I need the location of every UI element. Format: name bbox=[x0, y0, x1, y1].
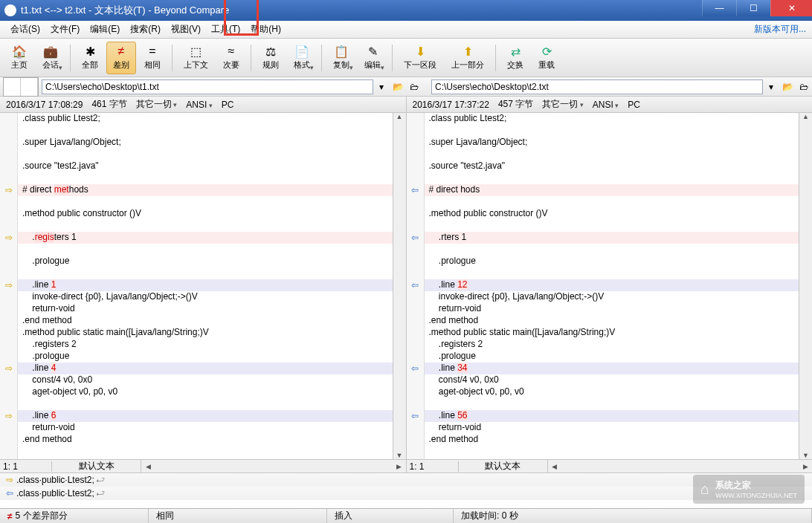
format-button[interactable]: 📄格式 bbox=[287, 42, 317, 74]
code-line[interactable] bbox=[18, 125, 393, 137]
edit-button[interactable]: ✎编辑 bbox=[358, 42, 387, 74]
menu-session[interactable]: 会话(S) bbox=[6, 22, 45, 37]
code-line[interactable]: .prologue bbox=[18, 256, 393, 267]
code-line[interactable] bbox=[425, 220, 799, 232]
encoding-dropdown[interactable]: ANSI bbox=[186, 100, 213, 110]
code-line[interactable] bbox=[425, 398, 799, 410]
code-line[interactable]: const/4 v0, 0x0 bbox=[18, 374, 393, 386]
code-line[interactable]: .line 1 bbox=[18, 279, 393, 291]
prev-diff-button[interactable]: ⬆上一部分 bbox=[445, 42, 491, 74]
code-line[interactable]: .line 6 bbox=[18, 410, 393, 422]
horizontal-scrollbar[interactable]: 1: 1 默认文本 ◀▶ bbox=[0, 459, 406, 472]
menu-search[interactable]: 搜索(R) bbox=[126, 22, 165, 37]
code-line[interactable]: .end method bbox=[425, 434, 799, 446]
code-line[interactable]: .method public static main([Ljava/lang/S… bbox=[18, 327, 393, 339]
right-path-dropdown-icon[interactable]: ▾ bbox=[764, 79, 779, 94]
code-line[interactable]: .prologue bbox=[425, 256, 799, 267]
left-path-dropdown-icon[interactable]: ▾ bbox=[374, 79, 389, 94]
code-line[interactable]: aget-object v0, p0, v0 bbox=[18, 386, 393, 398]
code-line[interactable]: .line 12 bbox=[425, 279, 799, 291]
code-line[interactable] bbox=[18, 196, 393, 208]
context-button[interactable]: ⬚上下文 bbox=[177, 42, 215, 74]
minor-button[interactable]: ≈次要 bbox=[216, 42, 246, 74]
code-line[interactable]: .super Ljava/lang/Object; bbox=[425, 137, 799, 149]
left-path-input[interactable] bbox=[42, 79, 373, 94]
left-open-icon[interactable]: 📂 bbox=[390, 79, 405, 94]
right-open-icon[interactable]: 📂 bbox=[780, 79, 795, 94]
code-line[interactable] bbox=[425, 267, 799, 279]
code-line[interactable]: .line 4 bbox=[18, 363, 393, 374]
home-button[interactable]: 🏠主页 bbox=[4, 42, 34, 74]
code-line[interactable]: .prologue bbox=[425, 351, 799, 363]
code-line[interactable]: invoke-direct {p0}, Ljava/lang/Object;->… bbox=[18, 291, 393, 303]
next-diff-button[interactable]: ⬇下一区段 bbox=[397, 42, 443, 74]
code-line[interactable]: return-void bbox=[18, 422, 393, 434]
right-path-input[interactable] bbox=[431, 79, 763, 94]
code-line[interactable]: .super Ljava/lang/Object; bbox=[18, 137, 393, 149]
diff-button[interactable]: ≠差别 bbox=[106, 42, 136, 74]
code-line[interactable]: .method public constructor ()V bbox=[425, 208, 799, 220]
new-version-link[interactable]: 新版本可用... bbox=[754, 23, 806, 36]
maximize-button[interactable]: ☐ bbox=[736, 0, 770, 16]
code-line[interactable]: .end method bbox=[18, 315, 393, 327]
code-line[interactable]: .line 56 bbox=[425, 410, 799, 422]
code-line[interactable]: # direct hods bbox=[425, 184, 799, 196]
code-line[interactable] bbox=[18, 244, 393, 256]
code-line[interactable]: const/4 v0, 0x0 bbox=[425, 374, 799, 386]
code-line[interactable]: return-void bbox=[18, 303, 393, 315]
vertical-scrollbar[interactable]: ▲▼ bbox=[799, 113, 812, 459]
right-browse-icon[interactable]: 🗁 bbox=[796, 79, 811, 94]
code-line[interactable]: .source "test2.java" bbox=[425, 160, 799, 172]
rules-button[interactable]: ⚖规则 bbox=[256, 42, 286, 74]
code-line[interactable] bbox=[18, 398, 393, 410]
code-line[interactable]: .registers 2 bbox=[18, 339, 393, 351]
code-line[interactable] bbox=[425, 244, 799, 256]
other-dropdown[interactable]: 其它一切 bbox=[542, 98, 584, 111]
code-view[interactable]: ⇨⇨⇨⇨⇨.class public Ltest2;.super Ljava/l… bbox=[0, 113, 406, 459]
code-line[interactable]: invoke-direct {p0}, Ljava/lang/Object;->… bbox=[425, 291, 799, 303]
vertical-scrollbar[interactable]: ▲▼ bbox=[393, 113, 406, 459]
code-line[interactable]: .end method bbox=[425, 315, 799, 327]
code-line[interactable]: aget-object v0, p0, v0 bbox=[425, 386, 799, 398]
code-line[interactable]: .registers 1 bbox=[18, 232, 393, 244]
code-view[interactable]: ⇦⇦⇦⇦⇦.class public Ltest2;.super Ljava/l… bbox=[407, 113, 813, 459]
copy-button[interactable]: 📋复制 bbox=[326, 42, 356, 74]
swap-button[interactable]: ⇄交换 bbox=[500, 42, 530, 74]
code-line[interactable]: return-void bbox=[425, 303, 799, 315]
code-line[interactable] bbox=[18, 149, 393, 160]
minimize-button[interactable]: — bbox=[702, 0, 736, 16]
code-line[interactable] bbox=[425, 172, 799, 184]
code-line[interactable]: .method public constructor ()V bbox=[18, 208, 393, 220]
session-button[interactable]: 💼会话 bbox=[36, 42, 65, 74]
code-line[interactable]: .class public Ltest2; bbox=[18, 113, 393, 125]
left-browse-icon[interactable]: 🗁 bbox=[407, 79, 422, 94]
code-line[interactable]: .line 34 bbox=[425, 363, 799, 374]
code-line[interactable] bbox=[425, 149, 799, 160]
same-button[interactable]: =相同 bbox=[138, 42, 167, 74]
menu-view[interactable]: 视图(V) bbox=[167, 22, 205, 37]
overview-thumbnail[interactable] bbox=[3, 77, 39, 97]
menu-edit[interactable]: 编辑(E) bbox=[86, 22, 124, 37]
house-icon: ⌂ bbox=[700, 481, 709, 498]
code-line[interactable]: .source "test2.java" bbox=[18, 160, 393, 172]
code-line[interactable] bbox=[425, 125, 799, 137]
horizontal-scrollbar[interactable]: 1: 1 默认文本 ◀▶ bbox=[407, 459, 813, 472]
code-line[interactable] bbox=[18, 220, 393, 232]
code-line[interactable]: .rters 1 bbox=[425, 232, 799, 244]
code-line[interactable]: # direct methods bbox=[18, 184, 393, 196]
code-line[interactable] bbox=[18, 267, 393, 279]
code-line[interactable]: .prologue bbox=[18, 351, 393, 363]
all-button[interactable]: ✱全部 bbox=[75, 42, 105, 74]
encoding-dropdown[interactable]: ANSI bbox=[593, 100, 619, 110]
menu-file[interactable]: 文件(F) bbox=[46, 22, 84, 37]
code-line[interactable]: return-void bbox=[425, 422, 799, 434]
close-button[interactable]: ✕ bbox=[770, 0, 812, 16]
code-line[interactable]: .method public static main([Ljava/lang/S… bbox=[425, 327, 799, 339]
reload-button[interactable]: ⟳重载 bbox=[532, 42, 561, 74]
other-dropdown[interactable]: 其它一切 bbox=[136, 98, 178, 111]
code-line[interactable] bbox=[18, 172, 393, 184]
code-line[interactable]: .registers 2 bbox=[425, 339, 799, 351]
code-line[interactable] bbox=[425, 196, 799, 208]
code-line[interactable]: .class public Ltest2; bbox=[425, 113, 799, 125]
code-line[interactable]: .end method bbox=[18, 434, 393, 446]
